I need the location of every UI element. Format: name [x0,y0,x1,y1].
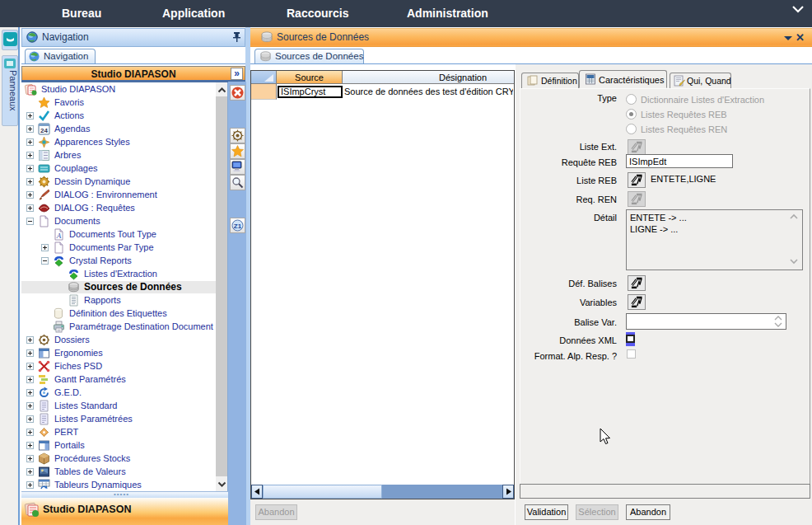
svg-text:24: 24 [40,127,48,134]
svg-text:Z1: Z1 [234,223,242,230]
svg-text:A: A [56,232,62,240]
